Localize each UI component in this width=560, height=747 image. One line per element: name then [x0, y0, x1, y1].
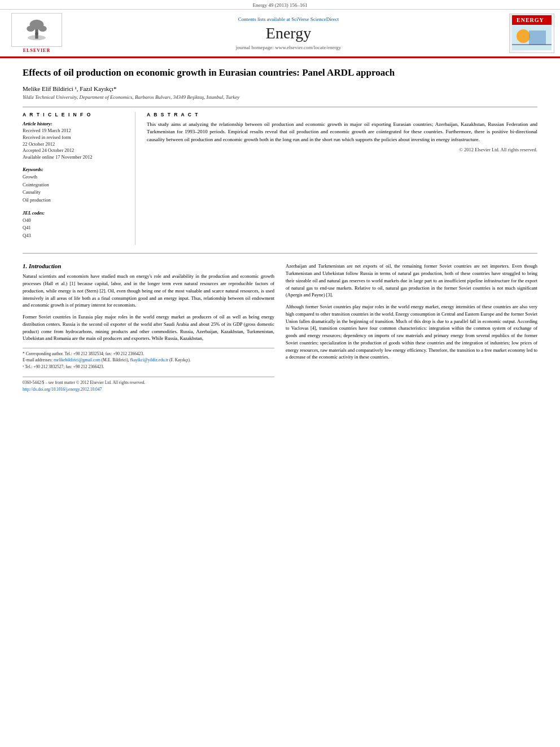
body-left: 1. Introduction Natural scientists and e…	[23, 263, 274, 393]
received-date: Received 19 March 2012	[23, 128, 128, 134]
footnotes: * Corresponding author. Tel.: +90 212 38…	[23, 348, 274, 370]
keywords-label: Keywords:	[23, 167, 128, 172]
journal-citation: Energy 49 (2013) 156–161	[252, 2, 307, 8]
bottom-bar: 0360-5442/$ – see front matter © 2012 El…	[23, 377, 274, 393]
svg-point-3	[27, 25, 34, 32]
journal-logo-right: ENERGY	[509, 14, 554, 53]
divider-1	[23, 107, 537, 107]
doi-anchor[interactable]: http://dx.doi.org/10.1016/j.energy.2012.…	[23, 387, 102, 392]
journal-center: Contents lists available at SciVerse Sci…	[68, 16, 509, 50]
top-bar: Energy 49 (2013) 156–161	[0, 0, 560, 10]
article-info: A R T I C L E I N F O Article history: R…	[23, 112, 135, 246]
keyword-4: Oil production	[23, 196, 128, 204]
keyword-3: Causality	[23, 189, 128, 196]
footnote-1: ¹ Tel.: +90 212 3832527; fax: +90 212 23…	[23, 364, 274, 370]
jel-label: JEL codes:	[23, 210, 128, 216]
abstract-text: This study aims at analyzing the relatio…	[147, 121, 537, 144]
article-title: Effects of oil production on economic gr…	[23, 66, 537, 80]
intro-para-3: Azerbaijan and Turkmenistan are net expo…	[286, 263, 537, 299]
revised-label: Received in revised form	[23, 134, 128, 141]
svg-point-5	[35, 32, 38, 35]
authors: Melike Elif Bildirici ¹, Fazıl Kayıkçı*	[23, 85, 537, 92]
elsevier-logo	[11, 13, 62, 47]
main-content: Effects of oil production on economic gr…	[0, 58, 560, 401]
accepted-date: Accepted 24 October 2012	[23, 147, 128, 154]
intro-para-4: Although former Soviet countries play ma…	[286, 303, 537, 361]
divider-2	[23, 253, 537, 254]
copyright: © 2012 Elsevier Ltd. All rights reserved…	[147, 147, 537, 152]
keyword-1: Growth	[23, 173, 128, 181]
intro-para-1: Natural scientists and economists have s…	[23, 273, 274, 309]
elsevier-tree-icon	[20, 19, 54, 41]
keywords-group: Keywords: Growth Cointegration Causality…	[23, 167, 128, 204]
journal-title: Energy	[68, 24, 509, 42]
jel-1: O40	[23, 217, 128, 225]
elsevier-label: ELSEVIER	[23, 48, 50, 53]
jel-2: Q41	[23, 224, 128, 232]
article-history-group: Article history: Received 19 March 2012 …	[23, 121, 128, 161]
issn-text: 0360-5442/$ – see front matter © 2012 El…	[23, 379, 274, 386]
svg-rect-8	[529, 30, 546, 45]
abstract-section: A B S T R A C T This study aims at analy…	[147, 112, 537, 246]
abstract-label: A B S T R A C T	[147, 112, 537, 117]
jel-group: JEL codes: O40 Q41 Q43	[23, 210, 128, 240]
doi-link: http://dx.doi.org/10.1016/j.energy.2012.…	[23, 386, 274, 393]
available-date: Available online 17 November 2012	[23, 154, 128, 161]
revised-date: 22 October 2012	[23, 141, 128, 148]
intro-section-title: 1. Introduction	[23, 263, 274, 269]
journal-logo-left: ELSEVIER	[6, 13, 68, 53]
sciverse-link: Contents lists available at SciVerse Sci…	[68, 16, 509, 22]
article-info-abstract: A R T I C L E I N F O Article history: R…	[23, 112, 537, 246]
body-right: Azerbaijan and Turkmenistan are net expo…	[286, 263, 537, 393]
journal-homepage: journal homepage: www.elsevier.com/locat…	[68, 45, 509, 50]
footnote-asterisk: * Corresponding author. Tel.: +90 212 38…	[23, 351, 274, 357]
intro-para-2: Former Soviet countries in Eurasia play …	[23, 313, 274, 342]
body-content: 1. Introduction Natural scientists and e…	[23, 263, 537, 393]
journal-header: ELSEVIER Contents lists available at Sci…	[0, 10, 560, 58]
energy-cover-image	[512, 25, 552, 50]
svg-point-7	[517, 29, 530, 43]
body-two-col: 1. Introduction Natural scientists and e…	[23, 263, 537, 393]
energy-badge: ENERGY	[512, 15, 552, 25]
footnote-emails: E-mail addresses: melikebildirici@gmail.…	[23, 357, 274, 363]
keyword-2: Cointegration	[23, 181, 128, 189]
email-link-2[interactable]: fkayikci@yildiz.edu.tr	[130, 357, 168, 362]
svg-point-4	[39, 25, 47, 32]
affiliation: Yildiz Technical University, Department …	[23, 94, 537, 100]
history-label: Article history:	[23, 121, 128, 126]
article-info-label: A R T I C L E I N F O	[23, 112, 128, 117]
email-link-1[interactable]: melikebildirici@gmail.com	[54, 357, 100, 362]
jel-3: Q43	[23, 232, 128, 240]
